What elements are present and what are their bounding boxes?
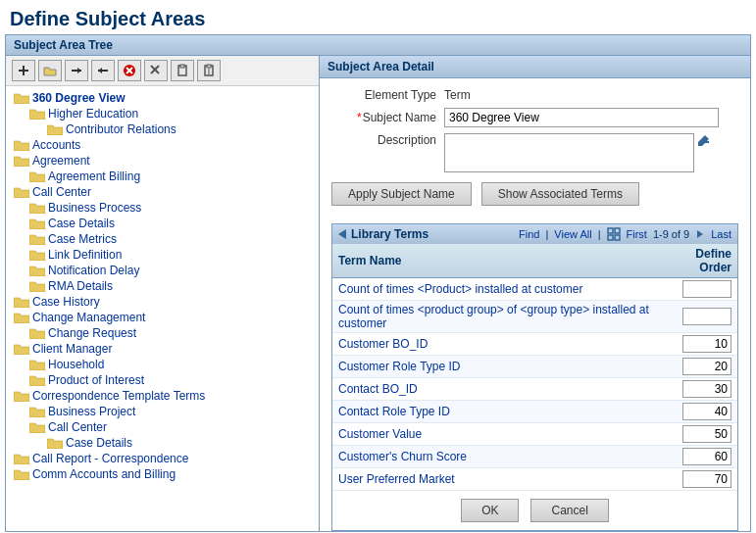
bottom-buttons: OK Cancel — [332, 491, 737, 530]
tree-node-callCenterSub[interactable]: Call Center — [12, 419, 313, 435]
indent-button[interactable] — [65, 60, 88, 81]
open-folder-button[interactable] — [38, 60, 62, 81]
col-term-name[interactable]: Term Name — [332, 244, 658, 278]
tree-node-accounts[interactable]: Accounts — [12, 137, 313, 153]
define-order-cell — [658, 378, 737, 401]
tree-link-rmaDetails: RMA Details — [48, 279, 113, 293]
tree-link-changeReq: Change Request — [48, 326, 136, 340]
tree-node-changeReq[interactable]: Change Request — [12, 325, 313, 341]
tree-node-clientMgr[interactable]: Client Manager — [12, 341, 313, 357]
term-name-link[interactable]: Customer's Churn Score — [338, 450, 467, 463]
separator1: | — [545, 228, 548, 240]
edit-icon[interactable] — [697, 133, 711, 150]
tree-toolbar — [6, 56, 319, 86]
tree-node-bizProject[interactable]: Business Project — [12, 404, 313, 419]
delete-button[interactable] — [118, 60, 141, 81]
define-order-input[interactable] — [682, 448, 731, 465]
tree-node-rmaDetails[interactable]: RMA Details — [12, 278, 313, 294]
tree-panel: 360 Degree View Higher Education Contrib… — [6, 56, 320, 531]
library-header-right: Find | View All | First 1-9 of 9 Last — [519, 227, 731, 241]
tree-node-caseMetrics[interactable]: Case Metrics — [12, 231, 313, 247]
term-name-link[interactable]: Contact BO_ID — [338, 382, 418, 396]
svg-rect-12 — [180, 65, 184, 68]
cancel-button[interactable]: Cancel — [530, 499, 608, 522]
show-associated-terms-button[interactable]: Show Associated Terms — [481, 182, 639, 206]
tree-node-corrTemplTerms[interactable]: Correspondence Template Terms — [12, 388, 313, 404]
term-name-link[interactable]: Contact Role Type ID — [338, 405, 450, 418]
define-order-input[interactable] — [682, 380, 731, 398]
svg-marker-5 — [98, 68, 102, 73]
paste-before-button[interactable] — [171, 60, 194, 81]
description-row: Description — [331, 133, 738, 172]
tree-node-callCenter[interactable]: Call Center — [12, 184, 313, 200]
tree-node-agreement[interactable]: Agreement — [12, 153, 313, 169]
term-name-link[interactable]: Count of times <product group> of <group… — [338, 303, 649, 330]
terms-table: Term Name Define Order Count of times <P… — [332, 244, 737, 491]
library-terms-title: Library Terms — [351, 227, 428, 241]
ok-button[interactable]: OK — [461, 499, 519, 522]
next-icon[interactable] — [695, 228, 705, 240]
view-all-link[interactable]: View All — [554, 228, 591, 240]
tree-node-linkDef[interactable]: Link Definition — [12, 247, 313, 263]
define-order-input[interactable] — [682, 358, 731, 375]
subject-name-input[interactable] — [444, 108, 719, 127]
term-name-link[interactable]: Customer Value — [338, 427, 422, 441]
paste-after-button[interactable] — [197, 60, 221, 81]
apply-subject-name-button[interactable]: Apply Subject Name — [331, 182, 472, 206]
tree-node-caseDetailsSub[interactable]: Case Details — [12, 435, 313, 451]
tree-node-higherEd[interactable]: Higher Education — [12, 106, 313, 121]
tree-link-prodInterest: Product of Interest — [48, 373, 144, 387]
define-order-cell — [658, 278, 737, 301]
table-row: Customer's Churn Score — [332, 446, 737, 468]
define-order-cell — [658, 423, 737, 446]
element-type-label: Element Type — [331, 88, 444, 102]
find-link[interactable]: Find — [519, 228, 539, 240]
define-order-input[interactable] — [682, 425, 731, 443]
tree-node-household[interactable]: Household — [12, 357, 313, 372]
tree-node-caseDetails[interactable]: Case Details — [12, 216, 313, 231]
action-buttons: Apply Subject Name Show Associated Terms — [331, 178, 738, 214]
tree-link-linkDef: Link Definition — [48, 248, 122, 262]
cut-button[interactable] — [144, 60, 168, 81]
tree-node-commAcctsBilling[interactable]: Comm Accounts and Billing — [12, 466, 313, 482]
term-name-link[interactable]: User Preferred Market — [338, 472, 455, 486]
tree-node-caseHistory[interactable]: Case History — [12, 294, 313, 310]
last-link[interactable]: Last — [711, 228, 731, 240]
tree-node-callRptCorr[interactable]: Call Report - Correspondence — [12, 451, 313, 466]
collapse-icon[interactable] — [338, 229, 346, 239]
tree-link-caseHistory: Case History — [32, 295, 100, 309]
tree-link-caseDetailsSub: Case Details — [66, 436, 132, 450]
terms-table-container: Term Name Define Order Count of times <P… — [332, 244, 737, 491]
first-link[interactable]: First — [627, 228, 647, 240]
tree-link-bizProcess: Business Process — [48, 201, 141, 215]
define-order-input[interactable] — [682, 470, 731, 488]
tree-node-contribRel[interactable]: Contributor Relations — [12, 121, 313, 137]
tree-node-bizProcess[interactable]: Business Process — [12, 200, 313, 216]
tree-node-prodInterest[interactable]: Product of Interest — [12, 372, 313, 388]
page-info: 1-9 of 9 — [653, 228, 689, 240]
define-order-input[interactable] — [682, 335, 731, 353]
tree-node-360[interactable]: 360 Degree View — [12, 90, 313, 106]
define-order-input[interactable] — [682, 280, 731, 298]
tree-node-notifDelay[interactable]: Notification Delay — [12, 263, 313, 278]
define-order-input[interactable] — [682, 403, 731, 420]
term-name-link[interactable]: Customer Role Type ID — [338, 360, 461, 373]
tree-node-agreeBilling[interactable]: Agreement Billing — [12, 169, 313, 184]
tree-link-higherEd: Higher Education — [48, 107, 138, 121]
outdent-button[interactable] — [91, 60, 115, 81]
term-name-link[interactable]: Customer BO_ID — [338, 337, 428, 351]
tree-link-accounts: Accounts — [32, 138, 80, 152]
content-area: 360 Degree View Higher Education Contrib… — [6, 56, 750, 531]
description-textarea[interactable] — [444, 133, 694, 172]
define-order-cell — [658, 446, 737, 468]
table-row: User Preferred Market — [332, 468, 737, 491]
term-name-link[interactable]: Count of times <Product> installed at cu… — [338, 282, 582, 296]
define-order-input[interactable] — [682, 308, 731, 325]
detail-panel: Subject Area Detail Element Type Term Su… — [320, 56, 750, 531]
col-define-order[interactable]: Define Order — [658, 244, 737, 278]
add-button[interactable] — [12, 60, 35, 81]
table-row: Contact Role Type ID — [332, 401, 737, 423]
define-order-cell — [658, 356, 737, 378]
library-header: Library Terms Find | View All | First 1-… — [332, 224, 737, 244]
tree-node-changeMgmt[interactable]: Change Management — [12, 310, 313, 325]
